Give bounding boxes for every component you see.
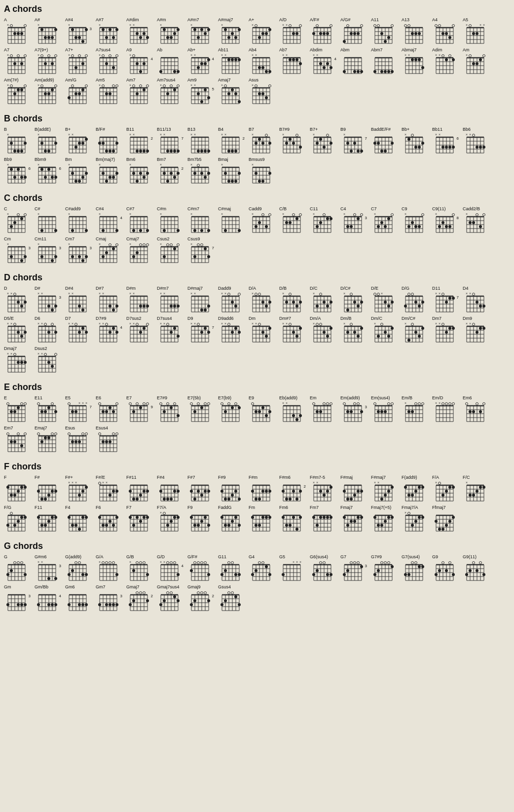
chord-item: Fmaj7/A× [402,505,430,533]
svg-point-3181 [482,573,485,576]
chord-diagram: ×× [35,351,60,374]
chord-name: F(add9) [402,475,417,480]
chord-diagram: ×3 [65,242,91,265]
fret-number: 7 [90,405,92,409]
svg-point-1841 [170,331,173,334]
svg-point-2149 [177,414,180,417]
chord-diagram: × [126,83,152,106]
svg-text:×: × [439,401,441,405]
chord-name: G7 [340,554,346,559]
svg-point-1344 [448,225,451,228]
svg-point-1860 [207,331,210,334]
chord-name: D/C [310,286,318,291]
svg-point-653 [204,88,207,91]
svg-text:×: × [99,322,101,325]
chord-diagram: × [402,401,427,424]
chord-name: A7sus4 [96,47,110,52]
svg-point-115 [197,36,200,39]
svg-point-385 [207,58,210,61]
chord-diagram: × [249,83,274,106]
chord-name: B/F# [96,127,105,132]
svg-point-1703 [408,293,410,296]
svg-text:×: × [41,322,43,325]
chord-diagram: ×× [402,53,427,76]
chord-diagram: ×× [218,291,244,314]
svg-point-1004 [71,172,74,175]
chord-diagram: ×4 [96,212,121,234]
chords-grid-A: A×A#×A#4×3A#7×A#dim××A#m×A#m7×A#maj7×A+×… [4,17,510,106]
svg-point-584 [78,92,81,95]
svg-point-855 [296,134,298,137]
svg-point-735 [74,146,77,149]
chord-diagram [340,480,366,503]
svg-point-3110 [350,562,353,564]
svg-point-1723 [448,297,451,300]
svg-point-2299 [445,403,448,405]
svg-point-2283 [418,403,421,405]
chords-grid-G: GG#m6××3G(add9)G/A×G/B×G/D××4G/F#G11G4G5… [4,554,510,613]
svg-text:×: × [439,53,441,57]
svg-point-2064 [24,403,27,405]
fret-number: 4 [212,57,214,61]
svg-point-2081 [54,410,57,413]
svg-point-2114 [112,410,115,413]
svg-text:×: × [252,292,254,295]
chord-diagram [4,480,30,503]
svg-point-2773 [193,524,196,527]
svg-point-518 [452,58,455,61]
svg-point-2166 [208,403,210,405]
svg-point-3194 [17,603,20,606]
svg-point-836 [258,138,261,141]
svg-point-1824 [139,331,142,334]
svg-point-1876 [234,327,237,330]
chord-item: Am7× [126,77,155,106]
chord-item: A/G# [340,17,369,45]
svg-point-2485 [166,498,169,501]
chord-item: E7(5b) [187,395,216,424]
svg-point-3095 [326,573,329,576]
chord-diagram: × [35,83,60,106]
svg-point-2333 [17,433,20,435]
chord-item: Gm/Bb4 [35,584,63,613]
svg-point-839 [268,142,271,145]
svg-text:×: × [190,242,192,246]
svg-point-1603 [231,301,234,304]
svg-text:×: × [313,212,315,216]
svg-point-63 [102,28,105,31]
chord-diagram: × [402,132,427,155]
chord-diagram [218,480,244,503]
chord-name: D7sus2 [126,316,142,321]
svg-point-1555 [143,305,146,308]
svg-point-3064 [268,573,271,576]
svg-point-436 [299,62,302,65]
chord-diagram [432,23,458,45]
chord-item: E5×××7 [65,395,94,424]
svg-point-2265 [384,410,387,413]
svg-point-1275 [323,214,326,216]
chords-grid-B: B×B(addE)×B+××B/F#B11××2B11/13××7B13××B4… [4,127,510,185]
svg-text:×: × [10,292,12,295]
fret-number: 3 [59,295,61,300]
svg-point-2127 [129,403,132,405]
svg-text:×: × [439,322,441,325]
chord-diagram: ×6 [35,162,60,185]
svg-point-1109 [268,172,271,175]
svg-point-2740 [136,516,139,519]
chord-diagram: ×3 [35,242,60,265]
svg-point-399 [227,58,230,61]
chord-name: A/F# [310,17,319,22]
svg-point-2706 [74,524,77,527]
chord-item: Em/B× [402,395,430,424]
svg-point-919 [407,138,410,141]
svg-point-1441 [143,244,146,246]
svg-point-987 [40,168,43,171]
chord-item: Cmaj× [96,236,124,265]
svg-point-956 [479,146,482,149]
svg-text:×: × [7,322,9,325]
chord-item: Dm9×× [463,316,491,344]
svg-point-99 [170,36,173,39]
chord-name: Gm6 [65,584,75,589]
svg-point-2826 [292,516,295,519]
svg-point-3289 [193,599,196,602]
svg-point-1041 [143,176,146,179]
